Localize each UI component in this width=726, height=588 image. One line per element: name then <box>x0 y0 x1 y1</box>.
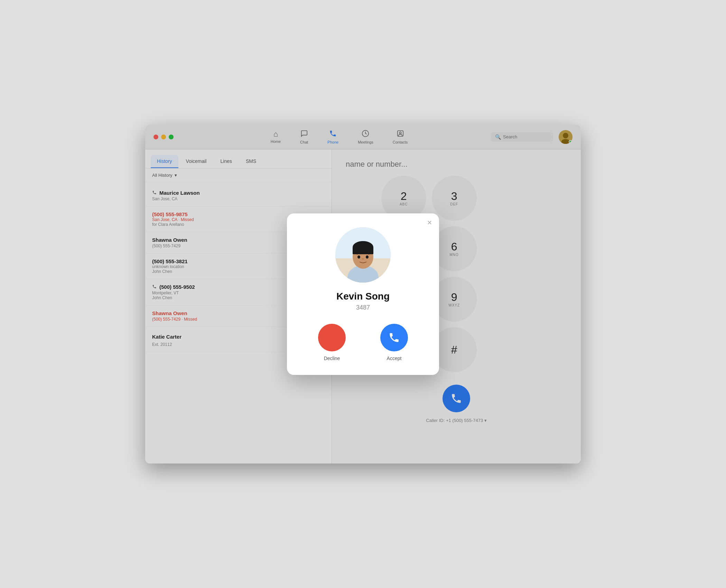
decline-button[interactable] <box>318 324 346 351</box>
incoming-call-modal: ✕ <box>287 213 439 375</box>
caller-name: Kevin Song <box>301 291 425 302</box>
modal-close-button[interactable]: ✕ <box>427 219 432 227</box>
call-action-row: Decline Accept <box>301 324 425 361</box>
svg-rect-13 <box>353 247 373 254</box>
svg-point-15 <box>366 255 369 258</box>
accept-label: Accept <box>387 356 402 361</box>
app-window: ⌂ Home Chat Phone <box>145 125 581 463</box>
accept-action: Accept <box>380 324 408 361</box>
caller-avatar <box>335 227 391 283</box>
caller-ext: 3487 <box>301 304 425 311</box>
accept-button[interactable] <box>380 324 408 351</box>
svg-point-14 <box>357 255 360 258</box>
decline-action: Decline <box>318 324 346 361</box>
modal-overlay: ✕ <box>145 125 581 463</box>
decline-label: Decline <box>324 356 340 361</box>
